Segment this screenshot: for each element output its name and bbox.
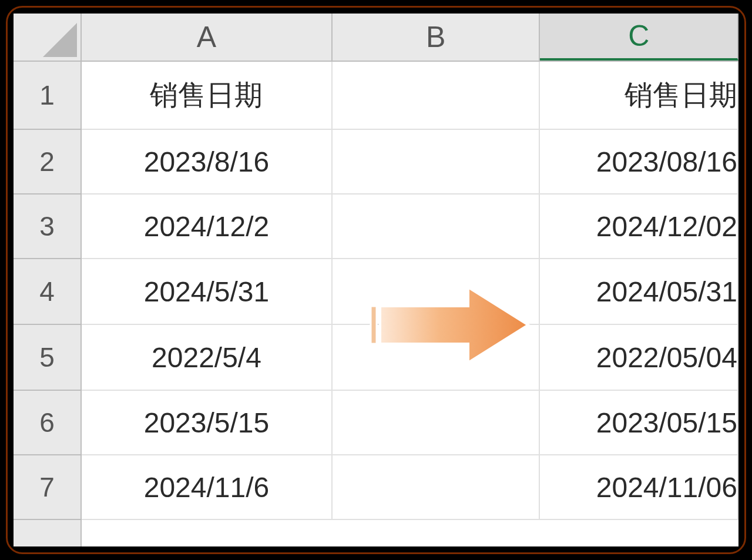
- cell-a6[interactable]: 2023/5/15: [82, 391, 333, 454]
- svg-marker-0: [43, 23, 77, 57]
- spreadsheet: ABC 1234567 销售日期销售日期2023/8/162023/08/162…: [14, 14, 738, 546]
- cell-c4[interactable]: 2024/05/31: [540, 259, 738, 324]
- cell-c1[interactable]: 销售日期: [540, 62, 738, 129]
- column-header-c[interactable]: C: [540, 14, 738, 61]
- row-header-2[interactable]: 2: [14, 130, 80, 195]
- row-header-1[interactable]: 1: [14, 62, 80, 130]
- column-headers: ABC: [82, 14, 738, 62]
- column-header-b[interactable]: B: [333, 14, 540, 61]
- table-row: 2022/5/42022/05/04: [82, 325, 738, 391]
- cell-grid: 销售日期销售日期2023/8/162023/08/162024/12/22024…: [82, 62, 738, 546]
- cell-a4[interactable]: 2024/5/31: [82, 259, 333, 324]
- cell-b3[interactable]: [333, 195, 540, 258]
- row-header-3[interactable]: 3: [14, 195, 80, 259]
- cell-c2[interactable]: 2023/08/16: [540, 130, 738, 193]
- row-header-6[interactable]: 6: [14, 391, 80, 455]
- select-all-corner[interactable]: [14, 14, 82, 62]
- outer-frame: ABC 1234567 销售日期销售日期2023/8/162023/08/162…: [6, 6, 746, 554]
- cell-a5[interactable]: 2022/5/4: [82, 325, 333, 390]
- cell-b1[interactable]: [333, 62, 540, 129]
- row-header-4[interactable]: 4: [14, 259, 80, 325]
- cell-b2[interactable]: [333, 130, 540, 193]
- table-row: 2023/5/152023/05/15: [82, 391, 738, 455]
- table-row: 2023/8/162023/08/16: [82, 130, 738, 195]
- cell-c3[interactable]: 2024/12/02: [540, 195, 738, 258]
- cell-a2[interactable]: 2023/8/16: [82, 130, 333, 193]
- select-all-triangle-icon: [43, 23, 77, 57]
- cell-c5[interactable]: 2022/05/04: [540, 325, 738, 390]
- row-header-7[interactable]: 7: [14, 455, 80, 520]
- table-row: 2024/12/22024/12/02: [82, 195, 738, 259]
- cell-b4[interactable]: [333, 259, 540, 324]
- table-row: 2024/11/62024/11/06: [82, 455, 738, 520]
- cell-a1[interactable]: 销售日期: [82, 62, 333, 129]
- cell-c7[interactable]: 2024/11/06: [540, 455, 738, 519]
- cell-a3[interactable]: 2024/12/2: [82, 195, 333, 258]
- row-header-5[interactable]: 5: [14, 325, 80, 391]
- table-row: 2024/5/312024/05/31: [82, 259, 738, 325]
- cell-b5[interactable]: [333, 325, 540, 390]
- cell-c6[interactable]: 2023/05/15: [540, 391, 738, 454]
- cell-a7[interactable]: 2024/11/6: [82, 455, 333, 519]
- row-headers: 1234567: [14, 62, 82, 546]
- cell-b6[interactable]: [333, 391, 540, 454]
- column-header-a[interactable]: A: [82, 14, 333, 61]
- cell-b7[interactable]: [333, 455, 540, 519]
- table-row: 销售日期销售日期: [82, 62, 738, 130]
